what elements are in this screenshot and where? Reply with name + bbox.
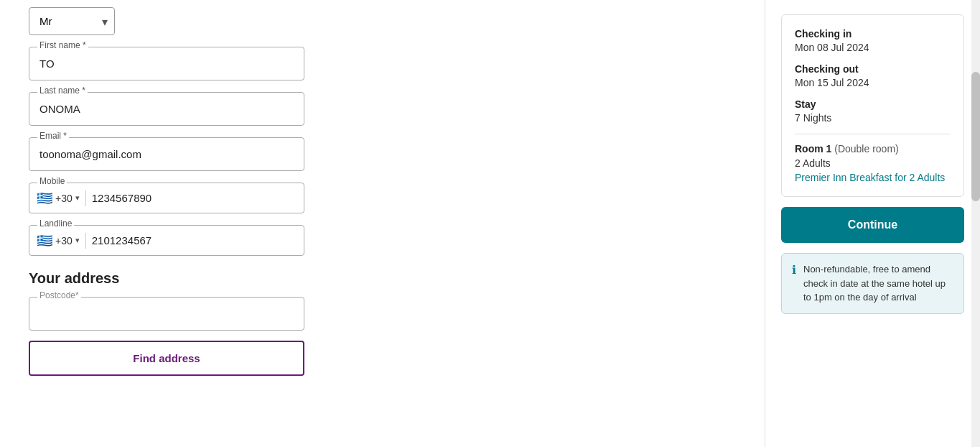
last-name-input[interactable] [29,92,304,126]
email-label: Email * [37,131,69,141]
mobile-country-selector[interactable]: 🇬🇷 +30 ▾ [37,190,80,206]
email-input[interactable] [29,137,304,171]
info-box: ℹ Non-refundable, free to amend check in… [781,253,964,314]
mobile-chevron-icon: ▾ [75,193,80,203]
booking-divider [795,134,951,134]
checking-in-value: Mon 08 Jul 2024 [795,42,951,53]
postcode-input[interactable] [29,297,304,331]
checking-out-detail: Checking out Mon 15 Jul 2024 [795,63,951,88]
landline-group: Landline 🇬🇷 +30 ▾ [29,225,736,256]
landline-chevron-icon: ▾ [75,236,80,245]
landline-country-code: +30 [55,235,73,246]
mobile-divider [85,190,86,206]
landline-flag: 🇬🇷 [37,233,52,249]
room-label: Room 1 (Double room) [795,143,951,155]
stay-label: Stay [795,98,951,110]
address-section-title: Your address [29,270,736,287]
scrollbar-thumb[interactable] [971,72,980,201]
landline-number-input[interactable] [92,226,297,255]
landline-divider [85,233,86,249]
first-name-group: First name * [29,47,736,80]
mobile-flag: 🇬🇷 [37,190,52,206]
mobile-group: Mobile 🇬🇷 +30 ▾ [29,183,736,213]
room-type: (Double room) [834,143,898,155]
mobile-field-wrapper: 🇬🇷 +30 ▾ [29,183,304,213]
form-area: Mr Mrs Miss Ms Dr First name * Last name… [0,0,765,447]
title-select-wrapper[interactable]: Mr Mrs Miss Ms Dr [29,7,115,35]
first-name-label: First name * [37,40,88,50]
first-name-input[interactable] [29,47,304,80]
stay-value: 7 Nights [795,112,951,124]
title-row: Mr Mrs Miss Ms Dr [29,7,736,35]
checking-in-label: Checking in [795,28,951,40]
mobile-number-input[interactable] [92,183,297,213]
booking-sidebar: Checking in Mon 08 Jul 2024 Checking out… [765,0,980,447]
title-select[interactable]: Mr Mrs Miss Ms Dr [29,7,115,35]
continue-button[interactable]: Continue [781,207,964,243]
mobile-country-code: +30 [55,193,73,204]
room-detail: Room 1 (Double room) 2 Adults Premier In… [795,143,951,183]
info-icon: ℹ [792,263,796,277]
checking-out-value: Mon 15 Jul 2024 [795,77,951,88]
adults-count: 2 Adults [795,157,951,169]
checking-in-detail: Checking in Mon 08 Jul 2024 [795,28,951,53]
landline-field-wrapper: 🇬🇷 +30 ▾ [29,225,304,256]
booking-details-box: Checking in Mon 08 Jul 2024 Checking out… [781,14,964,197]
last-name-label: Last name * [37,86,88,96]
last-name-group: Last name * [29,92,736,126]
email-group: Email * [29,137,736,171]
find-address-button[interactable]: Find address [29,341,304,376]
info-text: Non-refundable, free to amend check in d… [803,262,953,305]
landline-label: Landline [37,218,74,229]
postcode-label: Postcode* [37,290,81,300]
postcode-group: Postcode* [29,297,736,331]
landline-country-selector[interactable]: 🇬🇷 +30 ▾ [37,233,80,249]
stay-detail: Stay 7 Nights [795,98,951,124]
checking-out-label: Checking out [795,63,951,75]
mobile-label: Mobile [37,176,67,186]
breakfast-info: Premier Inn Breakfast for 2 Adults [795,172,951,183]
scrollbar-track [971,0,980,447]
